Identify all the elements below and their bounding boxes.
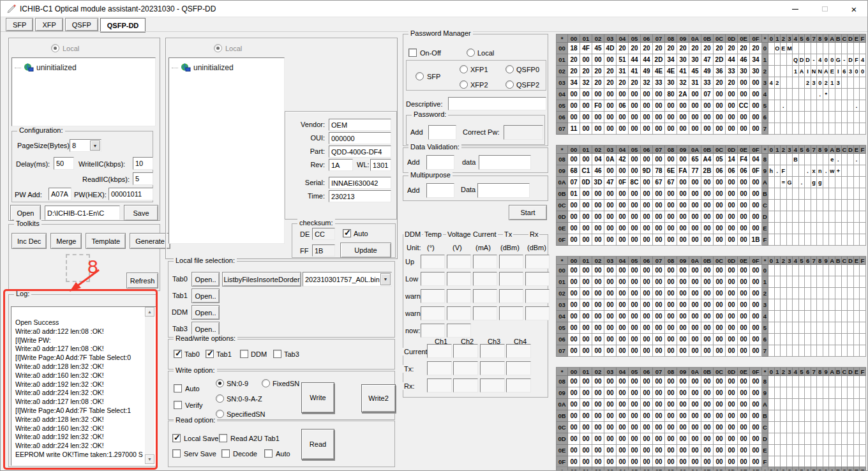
start-button[interactable]: Start bbox=[509, 205, 547, 220]
read-auto-checkbox[interactable] bbox=[264, 449, 273, 458]
hex-byte[interactable]: 05 bbox=[714, 154, 726, 165]
hex-byte[interactable]: 00 bbox=[714, 112, 726, 123]
hex-byte[interactable]: 00 bbox=[665, 299, 677, 311]
hex-byte[interactable]: 00 bbox=[604, 188, 617, 200]
hex-byte[interactable]: 00 bbox=[580, 211, 592, 223]
hex-byte[interactable]: 34 bbox=[665, 54, 677, 66]
hex-byte[interactable]: 00 bbox=[641, 177, 653, 188]
hex-byte[interactable]: 00 bbox=[653, 299, 665, 311]
hex-byte[interactable]: 00 bbox=[592, 376, 604, 387]
hex-byte[interactable]: 00 bbox=[726, 188, 738, 200]
hex-byte[interactable]: 20 bbox=[653, 43, 665, 54]
hex-byte[interactable]: 00 bbox=[653, 387, 665, 399]
hex-byte[interactable]: 00 bbox=[604, 299, 617, 311]
hex-byte[interactable]: 00 bbox=[580, 223, 592, 234]
hex-byte[interactable]: 00 bbox=[629, 211, 641, 223]
hex-byte[interactable]: 2A bbox=[677, 89, 689, 100]
hex-byte[interactable]: 00 bbox=[641, 445, 653, 456]
hex-byte[interactable]: 00 bbox=[641, 456, 653, 468]
hex-byte[interactable]: 00 bbox=[568, 422, 580, 433]
hex-byte[interactable]: 00 bbox=[629, 89, 641, 100]
hex-byte[interactable]: 00 bbox=[750, 89, 762, 100]
hex-byte[interactable]: 00 bbox=[653, 112, 665, 123]
hex-byte[interactable]: 00 bbox=[629, 387, 641, 399]
hex-byte[interactable]: 00 bbox=[714, 276, 726, 288]
hex-byte[interactable]: 00 bbox=[738, 200, 750, 211]
hex-byte[interactable]: 00 bbox=[617, 345, 629, 357]
scroll-down-icon[interactable]: ▼ bbox=[145, 454, 154, 464]
hex-byte[interactable]: 00 bbox=[665, 100, 677, 112]
hex-byte[interactable]: 00 bbox=[604, 456, 617, 468]
tab-qsfp-dd[interactable]: QSFP-DD bbox=[100, 18, 146, 33]
hex-byte[interactable]: 0D bbox=[580, 177, 592, 188]
hex-byte[interactable]: 00 bbox=[714, 387, 726, 399]
hex-byte[interactable]: 00 bbox=[629, 399, 641, 410]
pm-xfp1-radio[interactable] bbox=[460, 65, 468, 73]
hex-byte[interactable]: 00 bbox=[738, 265, 750, 276]
hex-byte[interactable]: 00 bbox=[604, 112, 617, 123]
hex-byte[interactable]: 00 bbox=[604, 422, 617, 433]
hex-byte[interactable]: 00 bbox=[726, 265, 738, 276]
hex-byte[interactable]: 47 bbox=[701, 54, 714, 66]
hex-byte[interactable]: 00 bbox=[714, 422, 726, 433]
hex-byte[interactable]: 00 bbox=[689, 177, 701, 188]
pm-qsfp2-radio[interactable] bbox=[505, 80, 514, 89]
hex-byte[interactable]: 00 bbox=[617, 311, 629, 322]
hex-byte[interactable]: 20 bbox=[604, 77, 617, 89]
hex-byte[interactable]: 00 bbox=[738, 112, 750, 123]
hex-byte[interactable]: 00 bbox=[689, 345, 701, 357]
hex-byte[interactable]: 00 bbox=[726, 399, 738, 410]
hex-byte[interactable]: 00 bbox=[568, 200, 580, 211]
toolkit-button-template[interactable]: Template bbox=[86, 233, 126, 249]
rev-field[interactable]: 1A bbox=[329, 159, 353, 171]
hex-byte[interactable]: 00 bbox=[738, 276, 750, 288]
hex-byte[interactable]: 00 bbox=[689, 410, 701, 422]
hex-byte[interactable]: 20 bbox=[617, 77, 629, 89]
hex-byte[interactable]: 00 bbox=[665, 288, 677, 299]
hex-byte[interactable]: 20 bbox=[641, 43, 653, 54]
pm-local-radio[interactable] bbox=[467, 49, 475, 57]
hex-byte[interactable]: 00 bbox=[617, 433, 629, 445]
hex-byte[interactable]: 00 bbox=[677, 322, 689, 334]
hex-byte[interactable]: A4 bbox=[701, 154, 714, 165]
hex-byte[interactable]: 6E bbox=[665, 165, 677, 177]
hex-byte[interactable]: 00 bbox=[714, 322, 726, 334]
hex-byte[interactable]: 00 bbox=[629, 265, 641, 276]
hex-byte[interactable]: 44 bbox=[726, 54, 738, 66]
hex-byte[interactable]: 00 bbox=[629, 299, 641, 311]
hex-byte[interactable]: 00 bbox=[653, 422, 665, 433]
hex-byte[interactable]: 00 bbox=[653, 188, 665, 200]
hex-byte[interactable]: 00 bbox=[568, 265, 580, 276]
hex-byte[interactable]: 00 bbox=[738, 234, 750, 246]
hex-byte[interactable]: 47 bbox=[604, 177, 617, 188]
hex-byte[interactable]: 00 bbox=[653, 433, 665, 445]
hex-byte[interactable]: 2D bbox=[714, 54, 726, 66]
hex-byte[interactable]: 00 bbox=[568, 345, 580, 357]
hex-byte[interactable]: 00 bbox=[580, 422, 592, 433]
hex-byte[interactable]: 00 bbox=[701, 299, 714, 311]
mp-add-field[interactable] bbox=[426, 183, 454, 198]
serv-save-checkbox[interactable] bbox=[172, 449, 181, 458]
hex-byte[interactable]: 00 bbox=[665, 334, 677, 345]
hex-byte[interactable]: 00 bbox=[665, 123, 677, 135]
hex-byte[interactable]: 00 bbox=[665, 445, 677, 456]
wl-field[interactable]: 1301 bbox=[370, 159, 391, 171]
hex-byte[interactable]: F0 bbox=[592, 100, 604, 112]
tab1-open-button[interactable]: Open.. bbox=[191, 288, 220, 303]
hex-byte[interactable]: 00 bbox=[617, 410, 629, 422]
hex-byte[interactable]: 41 bbox=[677, 66, 689, 77]
hex-byte[interactable]: 00 bbox=[617, 399, 629, 410]
local-save-checkbox[interactable] bbox=[172, 434, 181, 442]
write-auto-checkbox[interactable] bbox=[174, 384, 182, 392]
hex-byte[interactable]: 00 bbox=[665, 422, 677, 433]
hex-byte[interactable]: 00 bbox=[617, 234, 629, 246]
hex-byte[interactable]: 00 bbox=[604, 211, 617, 223]
hex-byte[interactable]: 00 bbox=[701, 123, 714, 135]
hex-byte[interactable]: 32 bbox=[677, 77, 689, 89]
hex-byte[interactable]: 41 bbox=[629, 66, 641, 77]
hex-byte[interactable]: 04 bbox=[750, 154, 762, 165]
hex-byte[interactable]: 00 bbox=[689, 112, 701, 123]
hex-byte[interactable]: 20 bbox=[629, 43, 641, 54]
hex-byte[interactable]: 00 bbox=[641, 100, 653, 112]
hex-byte[interactable]: 8C bbox=[629, 177, 641, 188]
